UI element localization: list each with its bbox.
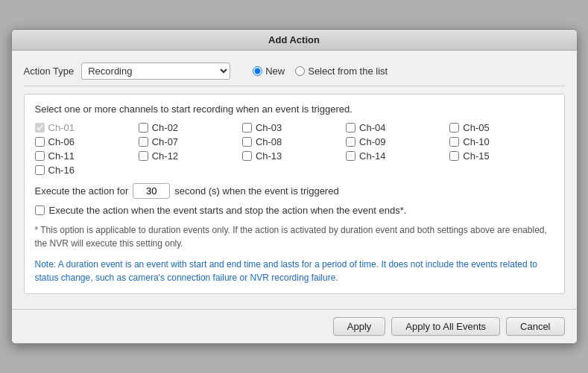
channels-grid: Ch-01 Ch-02 Ch-03 Ch-04 Ch-05	[35, 122, 554, 176]
ch-14-label: Ch-14	[359, 150, 385, 162]
channel-ch-04[interactable]: Ch-04	[346, 122, 449, 133]
channel-ch-12[interactable]: Ch-12	[139, 150, 242, 162]
channel-ch-15[interactable]: Ch-15	[449, 150, 553, 162]
dialog-title: Add Action	[12, 30, 577, 51]
channel-ch-14[interactable]: Ch-14	[346, 150, 449, 162]
radio-group: New Select from the list	[253, 66, 388, 77]
ch-05-label: Ch-05	[463, 122, 489, 133]
apply-button[interactable]: Apply	[333, 317, 386, 336]
checkbox-ch-08[interactable]	[242, 137, 252, 147]
action-type-label: Action Type	[24, 66, 75, 77]
radio-new-label: New	[265, 66, 285, 77]
ch-10-label: Ch-10	[463, 136, 489, 147]
checkbox-ch-11[interactable]	[35, 151, 45, 161]
ch-13-label: Ch-13	[256, 150, 282, 162]
radio-new-input[interactable]	[253, 66, 262, 76]
execute-row: Execute the action for second (s) when t…	[35, 183, 554, 199]
execute-seconds-input[interactable]	[133, 183, 170, 199]
checkbox-ch-10[interactable]	[449, 137, 459, 147]
ch-09-label: Ch-09	[359, 136, 385, 147]
execute-stop-row: Execute the action when the event starts…	[35, 205, 554, 216]
dialog-footer: Apply Apply to All Events Cancel	[12, 309, 577, 343]
ch-12-label: Ch-12	[152, 150, 178, 162]
note-text: * This option is applicable to duration …	[35, 223, 554, 250]
ch-04-label: Ch-04	[359, 122, 385, 133]
radio-list-input[interactable]	[295, 66, 305, 76]
section-label: Select one or more channels to start rec…	[35, 103, 554, 115]
checkbox-ch-14[interactable]	[346, 151, 355, 161]
dialog-body: Action Type Recording New Select from th…	[12, 51, 577, 309]
checkbox-ch-07[interactable]	[139, 137, 148, 147]
ch-15-label: Ch-15	[463, 150, 489, 162]
channel-ch-11[interactable]: Ch-11	[35, 150, 139, 162]
ch-02-label: Ch-02	[152, 122, 178, 133]
channel-ch-10[interactable]: Ch-10	[449, 136, 553, 147]
channel-ch-16[interactable]: Ch-16	[35, 165, 139, 176]
checkbox-ch-02[interactable]	[139, 123, 148, 133]
checkbox-ch-03[interactable]	[242, 123, 252, 133]
channel-ch-03[interactable]: Ch-03	[242, 122, 346, 133]
execute-suffix: second (s) when the event is triggered	[174, 185, 338, 197]
channel-ch-01[interactable]: Ch-01	[35, 122, 139, 133]
content-box: Select one or more channels to start rec…	[24, 94, 565, 294]
ch-08-label: Ch-08	[256, 136, 282, 147]
radio-new[interactable]: New	[253, 66, 285, 77]
action-type-row: Action Type Recording New Select from th…	[24, 58, 565, 86]
checkbox-ch-15[interactable]	[449, 151, 459, 161]
radio-list[interactable]: Select from the list	[295, 66, 388, 77]
add-action-dialog: Add Action Action Type Recording New Sel…	[11, 29, 578, 344]
radio-list-label: Select from the list	[308, 66, 388, 77]
ch-16-label: Ch-16	[48, 165, 75, 176]
note-blue: Note: A duration event is an event with …	[35, 258, 554, 284]
channel-ch-06[interactable]: Ch-06	[35, 136, 139, 147]
ch-11-label: Ch-11	[48, 150, 75, 162]
checkbox-ch-04[interactable]	[346, 123, 355, 133]
checkbox-ch-13[interactable]	[242, 151, 252, 161]
channel-ch-09[interactable]: Ch-09	[346, 136, 449, 147]
channel-ch-05[interactable]: Ch-05	[449, 122, 553, 133]
checkbox-ch-12[interactable]	[139, 151, 148, 161]
ch-01-label: Ch-01	[48, 122, 75, 133]
ch-03-label: Ch-03	[256, 122, 282, 133]
cancel-button[interactable]: Cancel	[506, 317, 564, 336]
checkbox-ch-16[interactable]	[35, 165, 45, 175]
channel-ch-13[interactable]: Ch-13	[242, 150, 346, 162]
checkbox-ch-06[interactable]	[35, 137, 45, 147]
checkbox-ch-09[interactable]	[346, 137, 355, 147]
execute-stop-label: Execute the action when the event starts…	[49, 205, 407, 216]
ch-06-label: Ch-06	[48, 136, 75, 147]
channel-ch-02[interactable]: Ch-02	[139, 122, 242, 133]
execute-stop-checkbox[interactable]	[35, 205, 45, 215]
checkbox-ch-05[interactable]	[449, 123, 459, 133]
channel-ch-07[interactable]: Ch-07	[139, 136, 242, 147]
ch-07-label: Ch-07	[152, 136, 178, 147]
action-type-select[interactable]: Recording	[81, 63, 230, 80]
channel-ch-08[interactable]: Ch-08	[242, 136, 346, 147]
checkbox-ch-01[interactable]	[35, 123, 45, 133]
execute-prefix: Execute the action for	[35, 185, 129, 197]
apply-events-button[interactable]: Apply to All Events	[391, 317, 500, 336]
